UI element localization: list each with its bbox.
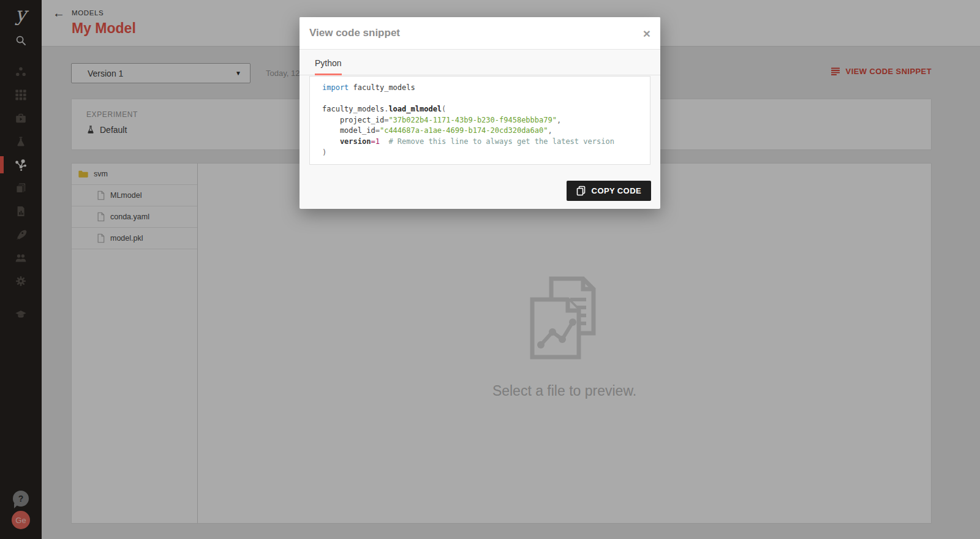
close-icon[interactable]: ×	[643, 27, 650, 40]
copy-code-button[interactable]: COPY CODE	[567, 181, 651, 201]
modal-title: View code snippet	[309, 27, 400, 39]
modal-tab-bar: Python	[300, 50, 660, 75]
modal-header: View code snippet ×	[300, 17, 660, 50]
tab-python[interactable]: Python	[315, 58, 342, 75]
code-block: import faculty_models faculty_models.loa…	[309, 76, 650, 165]
copy-icon	[576, 186, 586, 196]
copy-code-label: COPY CODE	[592, 186, 641, 195]
modal-footer: COPY CODE	[300, 165, 660, 201]
view-code-snippet-modal: View code snippet × Python import facult…	[300, 17, 660, 209]
modal-body: Python import faculty_models faculty_mod…	[300, 50, 660, 201]
